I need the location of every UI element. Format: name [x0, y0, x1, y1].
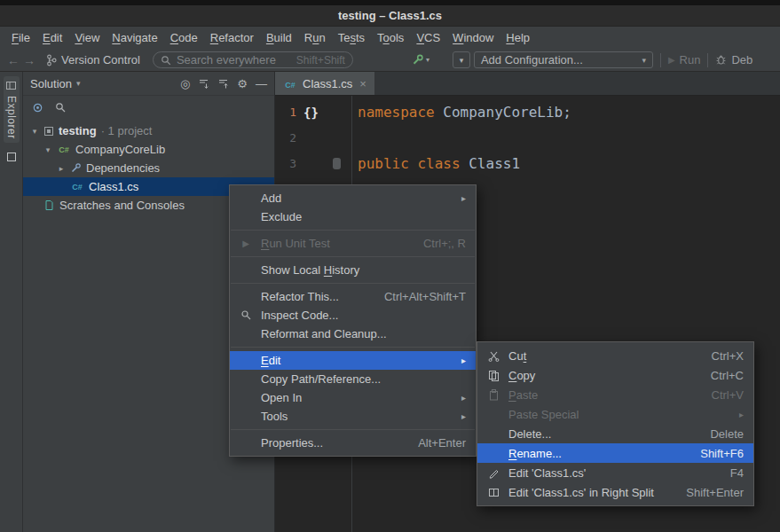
solution-view-label: Solution — [30, 77, 72, 90]
tree-item-label: Class1.cs — [89, 180, 138, 193]
submenu-arrow-icon: ▸ — [440, 393, 466, 403]
menu-item-icon-slot — [484, 350, 503, 362]
menu-item-icon-slot: ▶ — [236, 239, 256, 248]
menu-item-reformat-and-cleanup[interactable]: Reformat and Cleanup... — [230, 325, 476, 343]
back-arrow-icon[interactable]: ← — [5, 53, 21, 67]
menu-item-edit-class1-cs[interactable]: Edit 'Class1.cs'F4 — [477, 463, 753, 482]
csfile-icon — [283, 81, 297, 90]
left-tool-strip: Explorer — [0, 72, 23, 532]
tree-item-dependencies[interactable]: ▸Dependencies — [23, 159, 274, 177]
menu-item-add[interactable]: Add▸ — [230, 189, 476, 207]
expand-all-icon[interactable] — [217, 78, 229, 90]
scroll-from-source-icon[interactable] — [32, 102, 43, 113]
explorer-icon — [5, 80, 17, 91]
version-control-widget[interactable]: Version Control — [46, 53, 140, 66]
menu-item-paste-special: Paste Special▸ — [477, 404, 753, 424]
menu-item-label: Paste Special — [508, 408, 579, 421]
hide-panel-icon[interactable]: — — [256, 78, 267, 90]
menu-item-show-local-history[interactable]: Show Local History — [230, 261, 476, 279]
chevron-right-icon[interactable]: ▸ — [57, 164, 66, 173]
menu-item-tools[interactable]: Tools▸ — [230, 407, 476, 426]
solution-icon — [43, 126, 54, 137]
menu-vcs[interactable]: VCS — [410, 28, 446, 47]
menu-item-label: Edit 'Class1.cs' in Right Split — [508, 486, 654, 499]
menu-item-shortcut: F4 — [709, 466, 744, 480]
menu-code[interactable]: Code — [164, 28, 204, 47]
solution-panel-toolbar — [23, 96, 274, 119]
tab-class1-cs[interactable]: Class1.cs × — [275, 72, 374, 95]
close-icon[interactable]: × — [359, 77, 366, 90]
menu-item-label: Exclude — [261, 210, 302, 223]
chevron-down-icon[interactable]: ▾ — [30, 127, 39, 136]
code-line[interactable]: 1{}namespace CompanyCoreLib; — [275, 99, 780, 125]
select-opened-file-icon[interactable]: ◎ — [180, 78, 190, 90]
panel-header-icons: ◎ ⚙ — — [180, 78, 267, 90]
code-line[interactable]: 3public class Class1 — [275, 151, 780, 176]
menu-view[interactable]: View — [68, 28, 106, 47]
menu-item-exclude[interactable]: Exclude — [230, 207, 476, 226]
menu-separator — [231, 256, 475, 257]
tool-window-icon[interactable] — [6, 152, 17, 165]
run-configuration-select[interactable]: Add Configuration... ▾ — [474, 51, 653, 68]
line-number: 3 — [275, 157, 302, 170]
tree-item-testing[interactable]: ▾testing· 1 project — [23, 121, 274, 140]
menu-item-icon-slot — [236, 309, 256, 321]
menu-file[interactable]: File — [5, 28, 36, 47]
tree-item-companycorelib[interactable]: ▾CompanyCoreLib — [23, 140, 274, 159]
menu-help[interactable]: Help — [500, 28, 536, 47]
menu-item-label: Rename... — [508, 447, 562, 460]
menu-build[interactable]: Build — [260, 28, 298, 47]
menu-edit[interactable]: Edit — [36, 28, 68, 47]
menu-item-cut[interactable]: CutCtrl+X — [477, 346, 753, 365]
menu-item-label: Cut — [508, 349, 526, 363]
menu-item-paste: PasteCtrl+V — [477, 385, 753, 404]
chevron-down-icon: ▾ — [642, 56, 646, 65]
chevron-down-icon[interactable]: ▾ — [43, 145, 52, 154]
run-widget-chevron-button[interactable]: ▾ — [453, 51, 470, 68]
menu-window[interactable]: Window — [446, 28, 500, 47]
code-line[interactable]: 2 — [275, 125, 780, 151]
wrench-icon — [70, 162, 82, 174]
menu-item-icon-slot — [484, 389, 503, 401]
menu-tests[interactable]: Tests — [332, 28, 371, 47]
menu-refactor[interactable]: Refactor — [204, 28, 260, 47]
braces-gutter-icon: {} — [303, 106, 319, 120]
tree-item-label: CompanyCoreLib — [75, 143, 165, 156]
menu-item-properties[interactable]: Properties...Alt+Enter — [230, 434, 476, 452]
menu-item-edit[interactable]: Edit▸ — [230, 351, 476, 370]
build-tool-button[interactable]: ▾ — [412, 54, 429, 66]
menu-item-shortcut: Alt+Enter — [397, 436, 466, 450]
collapse-all-icon[interactable] — [198, 78, 209, 90]
solution-view-selector[interactable]: Solution ▾ — [30, 77, 81, 90]
menu-item-open-in[interactable]: Open In▸ — [230, 388, 476, 407]
token-keyword: public class — [358, 155, 461, 172]
submenu-arrow-icon: ▸ — [440, 193, 466, 203]
menu-item-inspect-code[interactable]: Inspect Code... — [230, 306, 476, 325]
context-menu: Add▸Exclude▶Run Unit TestCtrl+;, RShow L… — [229, 184, 477, 457]
menu-item-refactor-this[interactable]: Refactor This...Ctrl+Alt+Shift+T — [230, 287, 476, 306]
menu-item-delete[interactable]: Delete...Delete — [477, 424, 753, 443]
menu-navigate[interactable]: Navigate — [106, 28, 163, 47]
forward-arrow-icon[interactable]: → — [21, 53, 37, 67]
submenu-arrow-icon: ▸ — [718, 410, 744, 419]
debug-button[interactable]: Deb — [715, 53, 752, 66]
tab-icon-slot — [283, 77, 297, 90]
split-icon — [488, 487, 500, 498]
menu-item-edit-class1-cs-in-right-split[interactable]: Edit 'Class1.cs' in Right SplitShift+Ent… — [477, 482, 753, 502]
explorer-tool-button[interactable]: Explorer — [4, 76, 20, 143]
search-icon[interactable] — [55, 102, 67, 113]
hammer-icon — [412, 54, 424, 66]
tab-label: Class1.cs — [303, 77, 352, 90]
menu-tools[interactable]: Tools — [371, 28, 410, 47]
menu-item-copy-path-reference[interactable]: Copy Path/Reference... — [230, 370, 476, 388]
menu-run[interactable]: Run — [298, 28, 332, 47]
window-titlebar[interactable]: testing – Class1.cs — [0, 5, 780, 27]
chevron-down-icon: ▾ — [460, 56, 464, 65]
submenu-arrow-icon: ▸ — [440, 411, 466, 421]
chevron-down-icon: ▾ — [426, 56, 429, 64]
menu-item-copy[interactable]: CopyCtrl+C — [477, 365, 753, 385]
settings-gear-icon[interactable]: ⚙ — [237, 78, 248, 90]
fold-marker-icon[interactable] — [333, 158, 341, 169]
search-everywhere-box[interactable]: Search everywhere Shift+Shift — [153, 51, 353, 68]
menu-item-rename[interactable]: Rename...Shift+F6 — [477, 443, 753, 463]
